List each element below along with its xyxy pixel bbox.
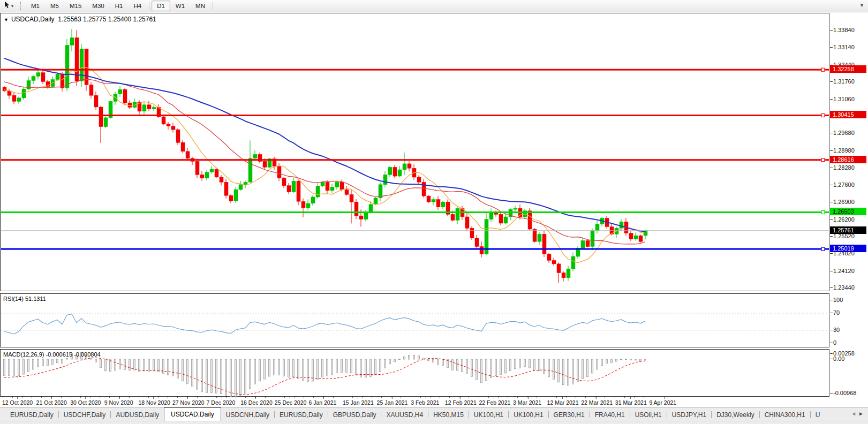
price-tick-label: 1.31760: [833, 78, 855, 85]
timeframe-button-mn[interactable]: MN: [190, 1, 210, 11]
timeframe-button-h1[interactable]: H1: [110, 1, 129, 11]
price-tick-label: 1.28280: [833, 164, 855, 171]
price-tick-label: 1.24120: [833, 268, 855, 274]
date-label: 9 Apr 2021: [649, 399, 676, 406]
date-axis[interactable]: 12 Oct 202021 Oct 202030 Oct 20209 Nov 2…: [0, 397, 868, 407]
date-minor-tick: [90, 397, 90, 398]
price-level-label: 1.30415: [830, 111, 866, 118]
date-minor-tick: [313, 397, 314, 398]
date-minor-tick: [207, 397, 207, 398]
date-tick: [562, 397, 563, 399]
date-minor-tick: [469, 397, 469, 398]
date-minor-tick: [333, 397, 334, 398]
price-chart-canvas[interactable]: [1, 14, 829, 291]
tab-scroll-right-icon[interactable]: ►: [858, 411, 866, 417]
date-minor-tick: [381, 397, 382, 398]
chart-tab-usdchf-daily[interactable]: USDCHF,Daily: [59, 409, 111, 421]
date-label: 12 Feb 2021: [445, 399, 477, 406]
rsi-label: RSI(14) 51.1311: [3, 296, 46, 302]
date-minor-tick: [576, 397, 576, 398]
date-label: 7 Dec 2020: [207, 399, 236, 406]
rsi-axis-label: 70: [833, 309, 840, 316]
macd-chart-canvas[interactable]: [1, 350, 829, 397]
date-minor-tick: [634, 397, 635, 398]
chart-tab-uk100-h1[interactable]: UK100,H1: [469, 409, 508, 421]
date-label: 27 Nov 2020: [172, 399, 205, 406]
date-tick: [222, 397, 222, 399]
price-tick-label: 1.28980: [833, 147, 855, 154]
timeframe-button-m30[interactable]: M30: [87, 1, 109, 11]
date-minor-tick: [304, 397, 304, 398]
collapse-triangle-icon[interactable]: ▼: [4, 17, 9, 22]
date-minor-tick: [148, 397, 149, 398]
mt4-window: ▾ M1M5M15M30H1H4D1W1MN ▼ ▼USDCAD,Daily 1…: [0, 0, 868, 424]
price-tick-label: 1.23440: [833, 284, 855, 291]
date-minor-tick: [498, 397, 499, 398]
date-tick: [392, 397, 393, 399]
chart-tab-dj30-weekly[interactable]: DJ30,Weekly: [712, 409, 759, 421]
chart-tab-audusd-daily[interactable]: AUDUSD,Daily: [111, 409, 164, 421]
date-minor-tick: [605, 397, 605, 398]
date-label: 25 Jan 2021: [377, 399, 408, 406]
rsi-axis-label: 0: [833, 339, 836, 346]
timeframe-button-w1[interactable]: W1: [170, 1, 190, 11]
toolbar-separator: [213, 2, 213, 10]
cursor-pointer-icon: [3, 1, 10, 11]
date-tick: [255, 397, 256, 399]
toolbar-grip[interactable]: [20, 2, 22, 10]
timeframe-button-h4[interactable]: H4: [128, 1, 147, 11]
chart-tab-eurusd-daily[interactable]: EURUSD,Daily: [5, 409, 58, 421]
timeframe-button-m5[interactable]: M5: [45, 1, 64, 11]
date-minor-tick: [508, 397, 508, 398]
chart-tab-china300-h1[interactable]: CHINA300,H1: [760, 409, 810, 421]
tab-scroll-buttons: ◄►: [851, 411, 866, 417]
chart-tab-ger30-h1[interactable]: GER30,H1: [549, 409, 590, 421]
date-minor-tick: [547, 397, 547, 398]
rsi-chart-canvas[interactable]: [1, 294, 829, 347]
chart-tab-eurusd-daily[interactable]: EURUSD,Daily: [275, 409, 328, 421]
date-minor-tick: [80, 397, 81, 398]
date-minor-tick: [197, 397, 198, 398]
price-tick-label: 1.26200: [833, 216, 855, 223]
date-minor-tick: [294, 397, 295, 398]
date-minor-tick: [71, 397, 71, 398]
date-minor-tick: [537, 397, 537, 398]
timeframe-button-m15[interactable]: M15: [64, 1, 87, 11]
date-minor-tick: [488, 397, 489, 398]
date-tick: [528, 397, 529, 399]
price-level-label: 1.25019: [830, 245, 866, 252]
macd-panel: MACD(12,26,9) -0.000615 -0.000804: [0, 349, 829, 397]
chevron-down-icon[interactable]: ▾: [11, 4, 13, 9]
cursor-tool-button[interactable]: ▾: [0, 1, 16, 11]
chart-tab-xauusd-h4[interactable]: XAUUSD,H4: [381, 409, 428, 421]
date-minor-tick: [362, 397, 363, 398]
chart-tab-gbpusd-daily[interactable]: GBPUSD,Daily: [328, 409, 381, 421]
price-axis[interactable]: 1.338401.331401.324401.317601.310601.303…: [829, 12, 868, 407]
chart-tab-uk100-h1[interactable]: UK100,H1: [509, 409, 548, 421]
toolbar-overflow-button[interactable]: ▼: [859, 3, 864, 8]
tab-scroll-left-icon[interactable]: ◄: [851, 411, 858, 417]
chart-tab-hk50-m15[interactable]: HK50,M15: [428, 409, 469, 421]
date-minor-tick: [226, 397, 227, 398]
price-panel: ▼USDCAD,Daily 1.25563 1.25775 1.25400 1.…: [0, 13, 829, 291]
date-minor-tick: [479, 397, 479, 398]
chart-tab-usdjpy-h1[interactable]: USDJPY,H1: [667, 409, 711, 421]
chart-tab-usdcnh-daily[interactable]: USDCNH,Daily: [221, 409, 274, 421]
timeframe-button-d1[interactable]: D1: [152, 1, 170, 11]
chart-tabs: EURUSD,DailyUSDCHF,DailyAUDUSD,DailyUSDC…: [5, 407, 844, 421]
date-label: 25 Dec 2020: [275, 399, 307, 406]
date-label: 22 Feb 2021: [479, 399, 510, 406]
rsi-axis-label: 30: [833, 327, 840, 333]
date-label: 12 Mar 2021: [547, 399, 579, 406]
price-tick-label: 1.27600: [833, 181, 855, 188]
date-label: 18 Nov 2020: [138, 399, 170, 406]
timeframe-button-m1[interactable]: M1: [26, 1, 45, 11]
date-minor-tick: [372, 397, 372, 398]
date-minor-tick: [265, 397, 266, 398]
date-minor-tick: [644, 397, 644, 398]
chart-tab-u[interactable]: U: [811, 409, 825, 421]
chart-tab-usoil-h1[interactable]: USOil,H1: [630, 409, 667, 421]
chart-tab-fra40-h1[interactable]: FRA40,H1: [590, 409, 630, 421]
date-label: 12 Oct 2020: [2, 399, 33, 406]
chart-tab-usdcad-daily[interactable]: USDCAD,Daily: [164, 407, 221, 421]
